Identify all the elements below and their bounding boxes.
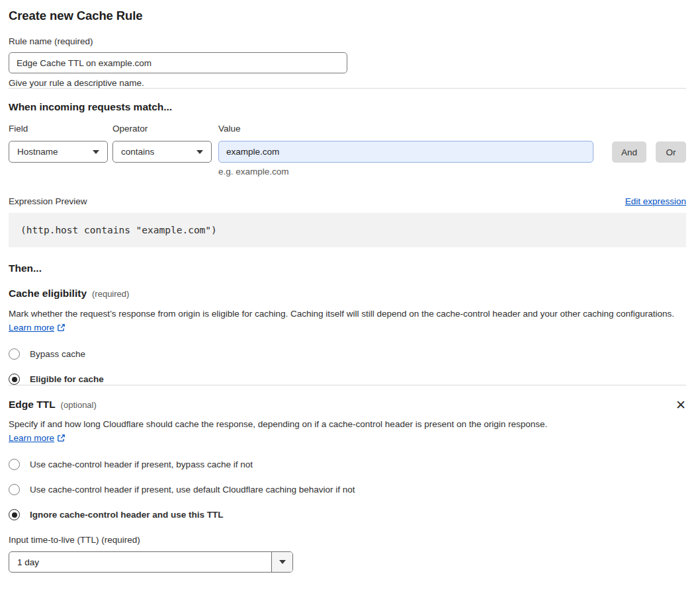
- operator-label: Operator: [112, 124, 212, 134]
- ttl-select[interactable]: 1 day: [9, 551, 293, 573]
- edge-ttl-learn-more-link[interactable]: Learn more: [9, 433, 54, 443]
- radio-checked-icon: [9, 374, 20, 385]
- page-title: Create new Cache Rule: [9, 9, 686, 23]
- expression-preview-label: Expression Preview: [9, 196, 87, 206]
- ttl-label: Input time-to-live (TTL) (required): [9, 535, 686, 545]
- chevron-down-icon: [197, 150, 203, 154]
- value-label: Value: [218, 124, 593, 134]
- radio-option-use-header-default[interactable]: Use cache-control header if present, use…: [9, 484, 686, 495]
- external-link-icon: [57, 322, 66, 336]
- ttl-select-value: 1 day: [9, 552, 271, 572]
- section-divider: [9, 385, 686, 385]
- chevron-down-icon: [279, 560, 286, 564]
- condition-row: Field Hostname Operator contains Value A…: [9, 124, 686, 163]
- cache-eligibility-description: Mark whether the request’s response from…: [9, 307, 686, 336]
- expression-code-block: (http.host contains "example.com"): [9, 213, 686, 247]
- value-hint: e.g. example.com: [218, 167, 686, 177]
- ttl-dropdown-button[interactable]: [271, 552, 292, 572]
- operator-select-value: contains: [121, 147, 154, 157]
- edge-ttl-heading: Edge TTL: [9, 399, 56, 411]
- then-heading: Then...: [9, 262, 686, 274]
- radio-checked-icon: [9, 509, 20, 520]
- radio-unchecked-icon: [9, 484, 20, 495]
- radio-option-eligible-for-cache[interactable]: Eligible for cache: [9, 374, 686, 385]
- edge-ttl-description: Specify if and how long Cloudflare shoul…: [9, 417, 563, 446]
- operator-select[interactable]: contains: [112, 141, 212, 163]
- close-icon[interactable]: ✕: [676, 399, 686, 411]
- radio-option-bypass-cache[interactable]: Bypass cache: [9, 348, 686, 360]
- edit-expression-link[interactable]: Edit expression: [625, 196, 686, 206]
- or-button[interactable]: Or: [656, 141, 686, 163]
- match-heading: When incoming requests match...: [9, 101, 686, 113]
- cache-eligibility-heading: Cache eligibility: [9, 288, 87, 300]
- field-label: Field: [9, 124, 108, 134]
- edge-ttl-optional-badge: (optional): [61, 400, 97, 410]
- external-link-icon: [57, 432, 66, 446]
- and-button[interactable]: And: [612, 141, 646, 163]
- field-select[interactable]: Hostname: [9, 141, 108, 163]
- field-select-value: Hostname: [17, 147, 58, 157]
- create-cache-rule-form: Create new Cache Rule Rule name (require…: [0, 9, 700, 573]
- cache-eligibility-required-badge: (required): [92, 289, 129, 299]
- rule-name-help: Give your rule a descriptive name.: [9, 78, 686, 88]
- radio-unchecked-icon: [9, 348, 20, 360]
- cache-eligibility-learn-more-link[interactable]: Learn more: [9, 323, 54, 333]
- radio-option-ignore-header-use-ttl[interactable]: Ignore cache-control header and use this…: [9, 509, 686, 520]
- radio-option-use-header-bypass[interactable]: Use cache-control header if present, byp…: [9, 459, 686, 470]
- chevron-down-icon: [93, 150, 99, 154]
- radio-unchecked-icon: [9, 459, 20, 470]
- section-divider: [9, 88, 686, 89]
- expression-code: (http.host contains "example.com"): [21, 225, 217, 235]
- rule-name-input[interactable]: [9, 52, 347, 73]
- value-input[interactable]: [218, 141, 593, 163]
- rule-name-label: Rule name (required): [9, 36, 686, 46]
